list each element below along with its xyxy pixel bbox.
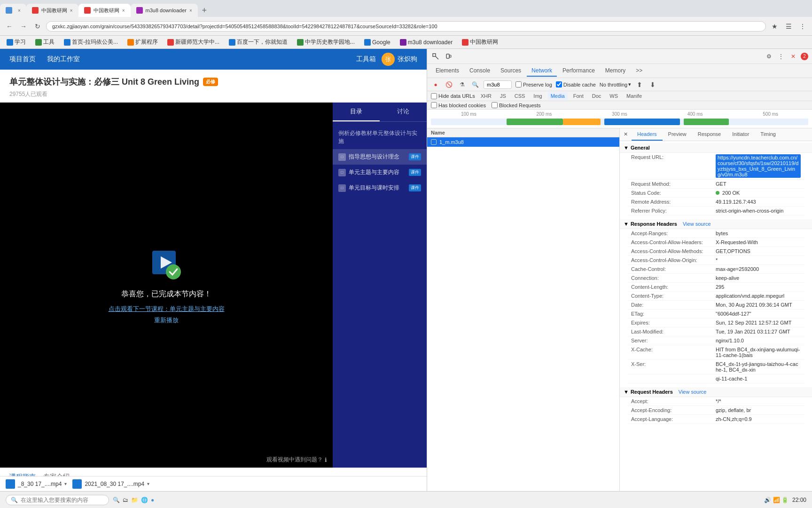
search-network-button[interactable]: 🔍 [470, 80, 480, 89]
hide-data-urls-check[interactable] [431, 93, 437, 99]
devtools-more-button[interactable]: ⋮ [776, 52, 786, 61]
download-chevron-0[interactable]: ▾ [64, 481, 67, 486]
devtools-close-button[interactable]: ✕ [789, 52, 798, 61]
request-headers-section-header[interactable]: ▼ Request Headers View source [620, 387, 812, 397]
devtools-tab-network[interactable]: Network [527, 65, 557, 77]
devtools-tab-sources[interactable]: Sources [496, 65, 526, 77]
back-button[interactable]: ← [4, 21, 15, 32]
nav-item-project[interactable]: 项目首页 [9, 53, 36, 65]
tab-4[interactable]: m3u8 downloader × [131, 4, 198, 17]
download-chevron-1[interactable]: ▾ [147, 481, 149, 486]
taskbar-icon-chrome[interactable]: ● [151, 497, 154, 503]
resource-tab-doc[interactable]: Doc [589, 92, 604, 100]
import-button[interactable]: ⬆ [635, 80, 644, 89]
network-filter-input[interactable] [484, 80, 512, 89]
tab-close-2[interactable]: × [70, 8, 73, 13]
bookmark-shouye[interactable]: 首页-拉玛依公美... [61, 37, 121, 47]
devtools-tab-memory[interactable]: Memory [601, 65, 630, 77]
preserve-log-checkbox[interactable]: Preserve log [515, 81, 552, 87]
bookmark-xinjiang[interactable]: 新疆师范大学中... [164, 37, 222, 47]
question-info-icon[interactable]: ℹ [325, 457, 327, 463]
bookmark-jiaoyancn[interactable]: 中国教研网 [459, 37, 501, 47]
nav-item-workspace[interactable]: 我的工作室 [47, 53, 80, 65]
resource-tab-ws[interactable]: WS [607, 92, 621, 100]
detail-tab-preview[interactable]: Preview [663, 128, 692, 141]
blocked-cookies-check[interactable] [431, 102, 437, 108]
devtools-settings-button[interactable]: ⚙ [764, 52, 773, 61]
download-item-0[interactable]: _8_30 17_....mp4 ▾ [6, 479, 67, 489]
device-toolbar-button[interactable] [444, 52, 453, 61]
blocked-requests-checkbox[interactable]: Blocked Requests [492, 102, 541, 108]
extensions-button[interactable]: ☰ [783, 21, 794, 32]
sidebar-item-1[interactable]: □ 单元主题与主要内容 课件 [333, 165, 427, 180]
toolbox-button[interactable]: 工具箱 [356, 55, 376, 64]
inspect-element-button[interactable] [431, 52, 440, 61]
bookmark-baidu[interactable]: 百度一下，你就知道 [226, 37, 290, 47]
detail-tab-initiator[interactable]: Initiator [726, 128, 755, 141]
video-replay-link[interactable]: 重新播放 [154, 317, 179, 324]
sidebar-tab-contents[interactable]: 目录 [333, 103, 380, 121]
detail-close-button[interactable]: ✕ [620, 128, 632, 141]
tab-close-4[interactable]: × [189, 8, 192, 13]
address-bar[interactable]: gzxkc.zgjiaoyan.com/grain/course/5433938… [46, 21, 766, 32]
taskbar-icon-cortana[interactable]: 🗂 [123, 497, 128, 503]
taskbar-icon-search[interactable]: 🔍 [113, 497, 120, 503]
throttling-selector[interactable]: No throttling ▾ [600, 81, 631, 87]
bookmark-xuexi[interactable]: 学习 [4, 37, 29, 47]
tab-2[interactable]: 中国教研网 × [26, 4, 78, 17]
blocked-cookies-checkbox[interactable]: Has blocked cookies [431, 102, 486, 108]
resource-tab-xhr[interactable]: XHR [478, 92, 494, 100]
disable-cache-check[interactable] [556, 81, 562, 87]
tab-close-1[interactable]: × [18, 8, 21, 13]
bookmark-zhongxue[interactable]: 中学历史教学园地... [294, 37, 358, 47]
general-section-header[interactable]: ▼ General [620, 143, 812, 153]
detail-tab-headers[interactable]: Headers [632, 128, 663, 141]
detail-tab-timing[interactable]: Timing [755, 128, 781, 141]
resource-tab-media[interactable]: Media [548, 92, 568, 100]
devtools-tab-console[interactable]: Console [465, 65, 495, 77]
request-view-source-link[interactable]: View source [679, 389, 707, 395]
resource-tab-manifest[interactable]: Manife [624, 92, 645, 100]
new-tab-button[interactable]: + [198, 4, 211, 17]
taskbar-search[interactable]: 🔍 [6, 495, 109, 505]
tab-3[interactable]: 中国教研网 × [78, 4, 131, 17]
clear-button[interactable]: 🚫 [444, 80, 453, 89]
preserve-log-check[interactable] [515, 81, 522, 87]
resource-tab-font[interactable]: Font [570, 92, 586, 100]
resource-tab-img[interactable]: Img [531, 92, 545, 100]
response-headers-section-header[interactable]: ▼ Response Headers View source [620, 219, 812, 229]
record-button[interactable]: ● [431, 80, 440, 89]
bookmark-kuozhan[interactable]: 扩展程序 [125, 37, 161, 47]
bookmark-m3u8[interactable]: m3u8 downloader [397, 38, 455, 47]
bookmark-google[interactable]: Google [361, 38, 393, 47]
video-next-link[interactable]: 点击观看下一节课程：单元主题与主要内容 [109, 305, 225, 313]
resource-tab-js[interactable]: JS [497, 92, 509, 100]
tab-1[interactable]: × [0, 4, 26, 17]
taskbar-icon-files[interactable]: 📁 [131, 497, 138, 503]
request-item-0[interactable]: 1_m.m3u8 [427, 137, 619, 147]
view-source-link[interactable]: View source [683, 221, 711, 227]
blocked-requests-check[interactable] [492, 102, 498, 108]
filter-button[interactable]: ⚗ [457, 80, 467, 89]
taskbar-icon-edge[interactable]: 🌐 [141, 497, 148, 503]
download-item-1[interactable]: 2021_08_30 17_....mp4 ▾ [72, 479, 149, 489]
reload-button[interactable]: ↻ [32, 21, 43, 32]
sidebar-tab-discuss[interactable]: 讨论 [380, 103, 427, 121]
devtools-tab-elements[interactable]: Elements [431, 65, 464, 77]
devtools-tab-more[interactable]: >> [631, 65, 647, 77]
hide-data-urls-checkbox[interactable]: Hide data URLs [431, 93, 475, 99]
export-button[interactable]: ⬇ [648, 80, 657, 89]
bookmark-gongju[interactable]: 工具 [32, 37, 57, 47]
disable-cache-checkbox[interactable]: Disable cache [556, 81, 596, 87]
bookmark-button[interactable]: ★ [769, 21, 780, 32]
tab-close-3[interactable]: × [122, 8, 125, 13]
forward-button[interactable]: → [18, 21, 29, 32]
sidebar-item-2[interactable]: □ 单元目标与课时安排 课件 [333, 180, 427, 196]
detail-tab-response[interactable]: Response [692, 128, 727, 141]
resource-tab-css[interactable]: CSS [512, 92, 528, 100]
menu-button[interactable]: ⋮ [797, 21, 808, 32]
devtools-tab-performance[interactable]: Performance [558, 65, 600, 77]
sidebar-item-0[interactable]: □ 指导思想与设计理念 课件 [333, 149, 427, 165]
taskbar-search-input[interactable] [21, 497, 96, 503]
request-checkbox-0[interactable] [431, 139, 437, 145]
